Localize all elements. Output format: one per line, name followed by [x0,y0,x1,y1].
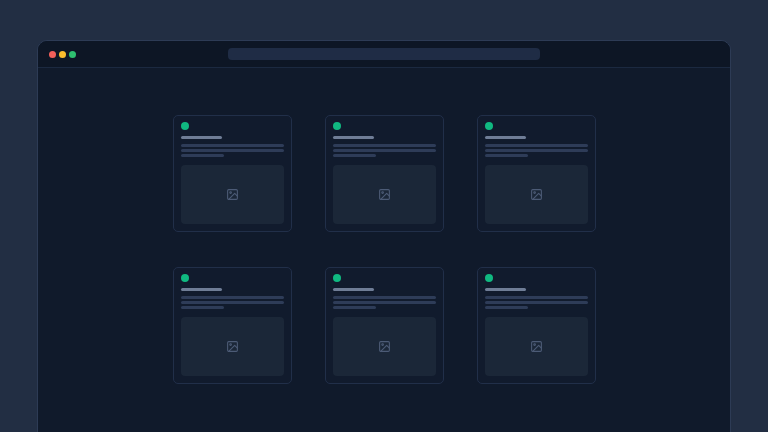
skeleton-text-line [333,306,376,309]
image-placeholder-icon [226,188,239,201]
skeleton-text-line [181,306,224,309]
image-placeholder-icon [378,340,391,353]
minimize-button[interactable] [59,51,66,58]
skeleton-text-line [181,301,284,304]
card[interactable] [173,115,292,232]
skeleton-title-line [181,136,222,139]
close-button[interactable] [49,51,56,58]
skeleton-text-line [333,149,436,152]
skeleton-text-line [485,154,528,157]
image-placeholder [485,317,588,376]
image-placeholder-icon [226,340,239,353]
status-dot [485,274,493,282]
image-placeholder [181,165,284,224]
skeleton-title-line [485,288,526,291]
skeleton-text-line [333,154,376,157]
image-placeholder [181,317,284,376]
title-bar [38,41,730,68]
card[interactable] [477,267,596,384]
browser-window [37,40,731,432]
skeleton-text-line [485,144,588,147]
maximize-button[interactable] [69,51,76,58]
skeleton-text-line [485,301,588,304]
card[interactable] [477,115,596,232]
skeleton-text-line [485,149,588,152]
status-dot [181,122,189,130]
url-bar[interactable] [228,48,540,60]
status-dot [181,274,189,282]
card[interactable] [325,267,444,384]
image-placeholder [485,165,588,224]
status-dot [333,122,341,130]
skeleton-text-line [333,144,436,147]
card[interactable] [325,115,444,232]
content-area [38,68,730,384]
image-placeholder-icon [378,188,391,201]
skeleton-title-line [181,288,222,291]
skeleton-text-line [333,301,436,304]
image-placeholder-icon [530,340,543,353]
skeleton-text-line [181,144,284,147]
traffic-lights [49,51,76,58]
skeleton-text-line [333,296,436,299]
skeleton-text-line [181,154,224,157]
status-dot [333,274,341,282]
image-placeholder-icon [530,188,543,201]
skeleton-text-line [181,149,284,152]
skeleton-text-line [181,296,284,299]
skeleton-title-line [485,136,526,139]
skeleton-text-line [485,296,588,299]
image-placeholder [333,165,436,224]
image-placeholder [333,317,436,376]
status-dot [485,122,493,130]
skeleton-title-line [333,136,374,139]
card[interactable] [173,267,292,384]
skeleton-text-line [485,306,528,309]
card-grid [173,115,596,384]
skeleton-title-line [333,288,374,291]
